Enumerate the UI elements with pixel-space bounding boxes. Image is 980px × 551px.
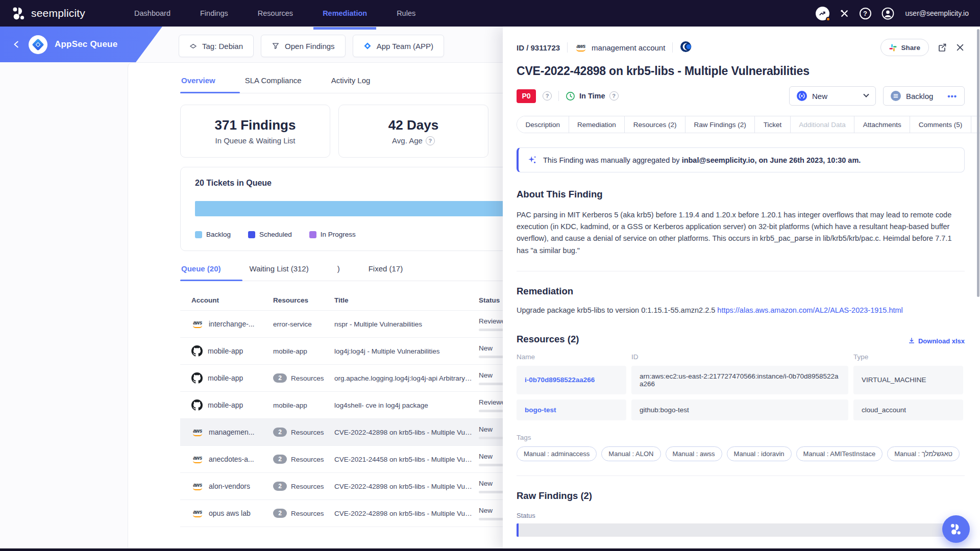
table-row[interactable]: aws opus aws lab 2 Resources CVE-2022-42…	[180, 500, 503, 527]
resource-count-badge: 2	[273, 428, 287, 437]
table-row[interactable]: aws mobile-app 2 Resources org.apache.lo…	[180, 365, 503, 392]
table-row[interactable]: aws anecdotes-a... 2 Resources CVE-2021-…	[180, 446, 503, 473]
table-header-row: Account Resources Title Status	[180, 290, 503, 311]
user-email[interactable]: user@seemplicity.io	[905, 9, 969, 17]
remediation-queue-panel: AppSec Queue Tag: Debian	[0, 27, 503, 551]
resources-label: error-service	[273, 320, 312, 328]
aggregation-banner: This Finding was manually aggregated by …	[517, 147, 965, 172]
status-progress-bar	[479, 329, 503, 331]
table-row[interactable]: aws managemen... 2 Resources CVE-2022-42…	[180, 419, 503, 446]
detail-tab[interactable]: Ticket	[755, 116, 791, 133]
status-label: New	[479, 371, 503, 379]
overview-tab[interactable]: Overview	[180, 76, 216, 93]
finding-title: log4shell- cve in log4j package	[334, 402, 479, 409]
monitoring-icon[interactable]	[816, 7, 829, 20]
tag-pill[interactable]: Manual : idoravin	[727, 446, 792, 461]
finding-title: CVE-2022-42898 on krb5-libs - Multiple V…	[334, 483, 479, 490]
integration-moon-icon	[680, 41, 692, 55]
table-body: aws interchange-... error-service nspr -…	[180, 311, 503, 527]
status-dropdown[interactable]: New	[789, 86, 876, 106]
filter-chip-label: Open Findings	[285, 42, 335, 51]
more-options-icon[interactable]: •••	[947, 92, 957, 101]
detail-tab[interactable]: Remediation	[569, 116, 625, 133]
queue-title: AppSec Queue	[55, 39, 117, 49]
tag-pill[interactable]: Manual : ALON	[601, 446, 660, 461]
detail-tab[interactable]: Additional Data	[791, 116, 855, 133]
status-progress-bar	[479, 518, 503, 520]
download-xlsx-link[interactable]: Download xlsx	[908, 337, 965, 345]
tag-pill[interactable]: Manual : AMITestInstace	[796, 446, 883, 461]
nav-item[interactable]: Resources	[256, 1, 295, 26]
queue-chip[interactable]: Backlog •••	[883, 86, 965, 106]
share-button[interactable]: Share	[880, 39, 929, 56]
sla-help-icon[interactable]: ?	[609, 91, 619, 101]
tag-pill[interactable]: Manual : adminaccess	[517, 446, 597, 461]
stat-card: 371 Findings In Queue & Waiting List?	[180, 105, 330, 158]
nav-item[interactable]: Findings	[198, 1, 230, 26]
table-row[interactable]: aws alon-vendors 2 Resources CVE-2022-42…	[180, 473, 503, 500]
queue-list-tab[interactable]: Waiting List (312)	[249, 264, 310, 281]
column-header-status: Status	[479, 296, 503, 304]
help-question-icon[interactable]: ?	[426, 136, 435, 145]
resources-heading: Resources (2)	[517, 334, 579, 345]
brand-logo[interactable]: seemplicity	[11, 6, 85, 21]
resources-label: Resources	[291, 483, 324, 490]
nav-item[interactable]: Dashboard	[132, 1, 173, 26]
raw-findings-status-bar	[517, 523, 965, 537]
back-chevron-icon[interactable]	[12, 40, 21, 49]
resource-id: github:bogo-test	[631, 399, 848, 420]
seemplicity-fab-button[interactable]	[942, 515, 970, 543]
section-divider	[517, 271, 965, 271]
detail-tab[interactable]: Attachments	[854, 116, 910, 133]
table-row[interactable]: aws mobile-app mobile-app log4j:log4j - …	[180, 338, 503, 365]
detail-tab[interactable]: Resources (2)	[625, 116, 685, 133]
jira-diamond-icon	[363, 42, 372, 50]
finding-title: nspr - Multiple Vulnerabilities	[334, 320, 479, 328]
table-row[interactable]: aws mobile-app mobile-app log4shell- cve…	[180, 392, 503, 419]
column-header-resources: Resources	[273, 296, 334, 304]
resource-name-link[interactable]: bogo-test	[517, 399, 626, 420]
account-name: mobile-app	[208, 374, 243, 382]
queue-list-tab[interactable]: )	[336, 264, 341, 281]
nav-item[interactable]: Remediation	[321, 1, 369, 26]
tickets-stacked-bar	[195, 201, 503, 216]
detail-tab[interactable]: Description	[517, 116, 569, 133]
tag-pill[interactable]: Manual : awss	[666, 446, 722, 461]
tag-pill[interactable]: Manual : טאגשלמלך	[887, 446, 960, 461]
filter-chip[interactable]: App Team (APP)	[353, 35, 444, 57]
overview-tab[interactable]: SLA Compliance	[244, 76, 303, 93]
download-icon	[908, 337, 915, 344]
finding-title: org.apache.logging.log4j:log4j-api Arbit…	[334, 374, 479, 382]
detail-tab[interactable]: Comments (5)	[910, 116, 971, 133]
overview-tab[interactable]: Activity Log	[330, 76, 372, 93]
tools-icon[interactable]	[840, 9, 849, 18]
tickets-title: 20 Tickets in Queue	[195, 179, 503, 188]
queue-list-tab[interactable]: Queue (20)	[180, 264, 222, 281]
account-name: alon-vendors	[209, 482, 250, 490]
resources-label: Resources	[291, 456, 324, 463]
detail-tab[interactable]: Raw Findings (2)	[685, 116, 755, 133]
filter-chip[interactable]: Tag: Debian	[179, 35, 254, 57]
queue-list-tab[interactable]: Fixed (17)	[368, 264, 404, 281]
filter-chip[interactable]: Open Findings	[261, 35, 346, 57]
close-icon[interactable]	[955, 43, 965, 52]
github-icon	[191, 399, 203, 411]
resources-column-id: ID	[631, 353, 848, 361]
user-avatar[interactable]	[881, 7, 894, 20]
scrollbar-thumb[interactable]	[977, 29, 979, 297]
status-bar-segment	[519, 523, 965, 537]
nav-item[interactable]: Rules	[395, 1, 418, 26]
help-icon[interactable]: ?	[860, 8, 871, 19]
status-label: Reviewed	[479, 398, 503, 406]
priority-help-icon[interactable]: ?	[543, 91, 552, 101]
open-in-new-icon[interactable]	[937, 42, 947, 53]
remediation-link[interactable]: https://alas.aws.amazon.com/AL2/ALAS-202…	[717, 306, 903, 314]
resource-type: VIRTUAL_MACHINE	[853, 366, 963, 394]
resource-count-badge: 2	[273, 509, 287, 518]
resource-name-link[interactable]: i-0b70d8958522aa266	[517, 366, 626, 394]
resource-count-badge: 2	[273, 373, 287, 383]
chevron-down-icon	[863, 92, 869, 97]
table-row[interactable]: aws interchange-... error-service nspr -…	[180, 311, 503, 338]
status-progress-bar	[479, 356, 503, 358]
aws-icon: aws	[191, 510, 204, 517]
